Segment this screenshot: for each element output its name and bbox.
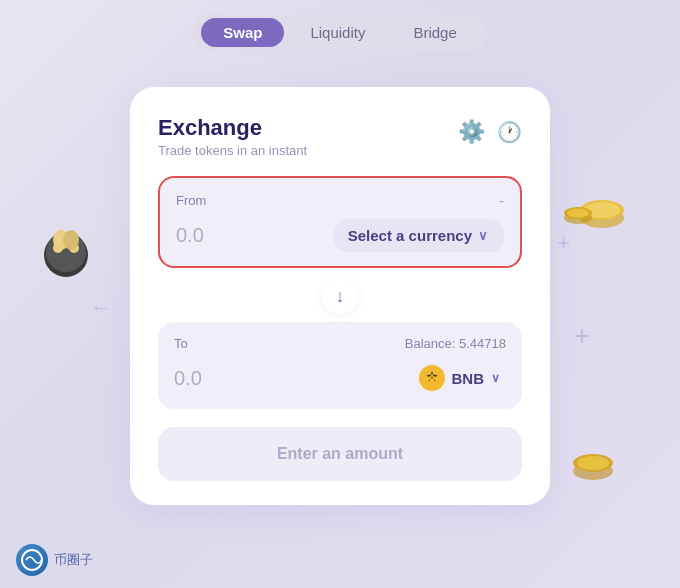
bnb-label: BNB	[452, 370, 485, 387]
watermark-text: 币圈子	[54, 551, 93, 569]
svg-point-2	[53, 243, 63, 253]
to-box: To Balance: 5.44718 0.0 BNB ∨	[158, 322, 522, 409]
card-action-icons: ⚙️ 🕐	[458, 119, 522, 145]
svg-point-9	[564, 212, 592, 224]
deco-plus-tr: +	[557, 230, 570, 256]
to-label: To	[174, 336, 188, 351]
svg-point-8	[584, 202, 620, 218]
svg-point-12	[573, 462, 613, 480]
bnb-icon	[419, 365, 445, 391]
exchange-card: Exchange Trade tokens in an instant ⚙️ 🕐…	[130, 87, 550, 505]
settings-button[interactable]: ⚙️	[458, 119, 485, 145]
to-amount: 0.0	[174, 367, 202, 390]
svg-point-14	[577, 456, 609, 470]
enter-amount-button[interactable]: Enter an amount	[158, 427, 522, 481]
bnb-currency-button[interactable]: BNB ∨	[415, 361, 507, 395]
watermark: 币圈子	[16, 544, 93, 576]
card-title-group: Exchange Trade tokens in an instant	[158, 115, 307, 158]
bnb-chevron-icon: ∨	[491, 371, 500, 385]
deco-coin-tl	[36, 200, 96, 284]
svg-point-6	[580, 208, 624, 228]
tab-bridge[interactable]: Bridge	[391, 18, 478, 47]
to-input-row: 0.0 BNB ∨	[174, 361, 506, 395]
swap-direction-button[interactable]: ↓	[322, 278, 358, 314]
svg-point-3	[69, 243, 79, 253]
svg-point-10	[564, 207, 592, 219]
svg-point-4	[53, 230, 69, 250]
to-label-row: To Balance: 5.44718	[174, 336, 506, 351]
deco-plus-br: +	[574, 320, 590, 352]
history-button[interactable]: 🕐	[497, 120, 522, 144]
settings-icon: ⚙️	[458, 119, 485, 145]
tab-swap[interactable]: Swap	[201, 18, 284, 47]
chevron-down-icon: ∨	[478, 228, 488, 243]
to-balance: Balance: 5.44718	[405, 336, 506, 351]
tab-bar: Swap Liquidity Bridge	[193, 14, 487, 51]
history-icon: 🕐	[497, 120, 522, 144]
tab-liquidity[interactable]: Liquidity	[288, 18, 387, 47]
svg-point-13	[573, 454, 613, 472]
svg-point-0	[44, 233, 88, 277]
svg-point-7	[580, 200, 624, 220]
svg-point-11	[567, 209, 589, 218]
watermark-logo	[16, 544, 48, 576]
deco-coin-tr	[562, 180, 632, 254]
svg-point-1	[46, 232, 86, 272]
from-input-row: 0.0 Select a currency ∨	[176, 219, 504, 252]
svg-point-15	[22, 550, 42, 570]
from-dash: -	[499, 192, 504, 209]
from-label-row: From -	[176, 192, 504, 209]
from-label: From	[176, 193, 206, 208]
from-amount: 0.0	[176, 224, 204, 247]
select-currency-button[interactable]: Select a currency ∨	[334, 219, 504, 252]
card-subtitle: Trade tokens in an instant	[158, 143, 307, 158]
select-currency-label: Select a currency	[348, 227, 472, 244]
deco-coin-br	[565, 439, 620, 498]
card-header: Exchange Trade tokens in an instant ⚙️ 🕐	[158, 115, 522, 158]
svg-point-5	[63, 230, 79, 250]
deco-arrow-left: ←	[90, 295, 112, 321]
arrow-down-icon: ↓	[336, 286, 345, 307]
card-title: Exchange	[158, 115, 307, 141]
from-box: From - 0.0 Select a currency ∨	[158, 176, 522, 268]
